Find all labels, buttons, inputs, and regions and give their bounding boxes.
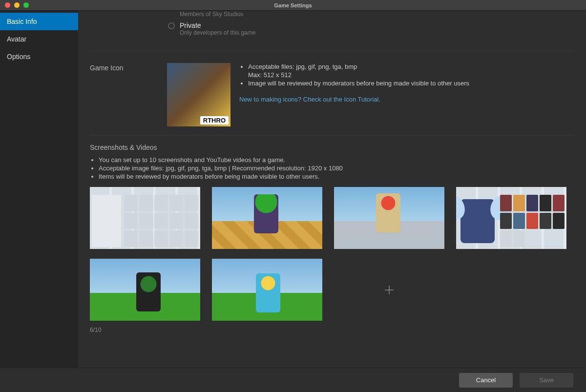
main-content[interactable]: Members of Sky Studios Private Only deve…	[78, 11, 586, 368]
screenshots-title: Screenshots & Videos	[90, 144, 574, 151]
screenshots-bullet: Acceptable image files: jpg, gif, png, t…	[99, 165, 574, 172]
save-button: Save	[520, 373, 573, 388]
screenshots-counter: 6/10	[90, 327, 574, 333]
screenshot-thumb[interactable]	[212, 259, 322, 321]
game-icon-bullet: Acceptable files: jpg, gif, png, tga, bm…	[248, 63, 469, 70]
screenshot-thumb[interactable]	[334, 187, 444, 249]
screenshot-thumb[interactable]	[90, 187, 200, 249]
game-icon-bullet: Image will be reviewed by moderators bef…	[248, 80, 469, 87]
screenshots-bullet: You can set up to 10 screenshots and You…	[99, 156, 574, 164]
screenshots-grid	[90, 187, 574, 321]
privacy-private-sub: Only developers of this game	[180, 29, 255, 36]
footer: Cancel Save	[0, 368, 586, 392]
screenshot-thumb[interactable]	[90, 259, 200, 321]
close-icon[interactable]	[5, 2, 10, 8]
window-controls	[5, 2, 29, 8]
titlebar: Game Settings	[0, 0, 586, 11]
divider	[90, 51, 574, 51]
screenshot-thumb[interactable]	[456, 187, 566, 249]
screenshots-info: You can set up to 10 screenshots and You…	[90, 156, 574, 180]
sidebar-item-options[interactable]: Options	[0, 48, 78, 65]
minimize-icon[interactable]	[14, 2, 20, 8]
game-icon-badge: RTHRO	[200, 116, 229, 124]
sidebar: Basic Info Avatar Options	[0, 11, 78, 368]
screenshots-bullet: Items will be reviewed by moderators bef…	[99, 173, 574, 180]
radio-icon	[168, 22, 175, 29]
game-icon-label: Game Icon	[90, 63, 158, 72]
divider	[90, 135, 574, 136]
icon-tutorial-link[interactable]: New to making icons? Check out the Icon …	[239, 96, 380, 103]
maximize-icon[interactable]	[23, 2, 29, 8]
privacy-private-option[interactable]: Private Only developers of this game	[168, 21, 574, 36]
cancel-button[interactable]: Cancel	[459, 373, 513, 388]
privacy-private-label: Private	[180, 21, 255, 29]
sidebar-item-avatar[interactable]: Avatar	[0, 30, 78, 48]
window-title: Game Settings	[274, 2, 312, 8]
sidebar-item-basic-info[interactable]: Basic Info	[0, 13, 78, 30]
add-screenshot-button[interactable]	[334, 259, 444, 321]
screenshot-thumb[interactable]	[212, 187, 322, 249]
privacy-prev-sub: Members of Sky Studios	[180, 11, 243, 18]
plus-icon	[383, 284, 396, 296]
game-icon-bullet-sub: Max: 512 x 512	[248, 71, 469, 79]
game-icon-info: Acceptable files: jpg, gif, png, tga, bm…	[239, 63, 469, 103]
game-icon-thumbnail[interactable]: RTHRO	[167, 63, 230, 126]
